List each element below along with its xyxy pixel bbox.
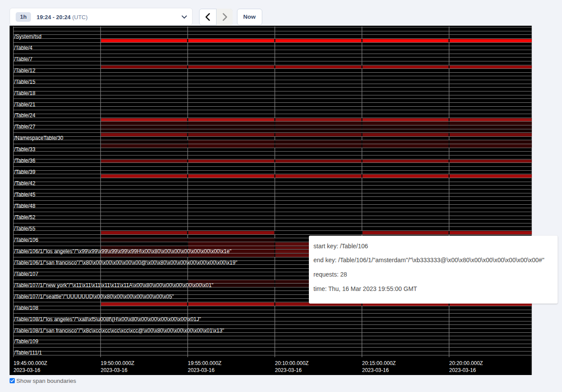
svg-text:/Table/24: /Table/24	[14, 112, 36, 118]
svg-text:/Table/36: /Table/36	[14, 158, 36, 164]
svg-text:20:15:00.000Z: 20:15:00.000Z	[362, 360, 396, 366]
svg-text:/Table/55: /Table/55	[14, 225, 36, 231]
svg-text:/Table/106: /Table/106	[14, 237, 39, 243]
svg-text:/Table/39: /Table/39	[14, 169, 36, 175]
svg-text:20:20:00.000Z: 20:20:00.000Z	[449, 360, 483, 366]
svg-text:/Table/106/1/"los angeles"/"\x: /Table/106/1/"los angeles"/"\x99\x99\x99…	[14, 248, 232, 254]
svg-text:/Table/4: /Table/4	[14, 44, 33, 51]
svg-text:19:55:00.000Z: 19:55:00.000Z	[188, 360, 221, 366]
svg-text:/Table/106/1/"san francisco"/": /Table/106/1/"san francisco"/"\x80\x00\x…	[14, 259, 237, 265]
svg-text:/Table/111/1: /Table/111/1	[14, 350, 42, 356]
svg-text:/Table/107: /Table/107	[14, 270, 39, 277]
svg-text:/System/tsd: /System/tsd	[14, 33, 42, 39]
svg-text:/NamespaceTable/30: /NamespaceTable/30	[14, 135, 64, 141]
svg-text:/Table/33: /Table/33	[14, 146, 36, 152]
svg-text:2023-03-16: 2023-03-16	[275, 367, 302, 373]
svg-text:/Table/7: /Table/7	[14, 56, 33, 62]
svg-text:2023-03-16: 2023-03-16	[362, 367, 389, 373]
svg-text:/Table/18: /Table/18	[14, 90, 36, 96]
svg-text:2023-03-16: 2023-03-16	[101, 367, 128, 373]
svg-text:/Table/107/1/"new york"/"\x11\: /Table/107/1/"new york"/"\x11\x11\x11\x1…	[14, 282, 213, 288]
svg-text:19:45:00.000Z: 19:45:00.000Z	[14, 360, 47, 366]
svg-text:/Table/109: /Table/109	[14, 338, 39, 345]
svg-text:/Table/108: /Table/108	[14, 304, 39, 311]
svg-text:/Table/107/1/"seattle"/"UUUUUU: /Table/107/1/"seattle"/"UUUUUUD\x00\x80\…	[14, 293, 174, 299]
svg-text:/Table/108/1/"san francisco"/": /Table/108/1/"san francisco"/"\x8c\xcc\x…	[14, 327, 224, 333]
svg-text:19:50:00.000Z: 19:50:00.000Z	[101, 360, 134, 366]
svg-text:/Table/45: /Table/45	[14, 192, 36, 198]
svg-text:/Table/27: /Table/27	[14, 124, 36, 130]
svg-text:/Table/15: /Table/15	[14, 78, 36, 84]
svg-text:/Table/12: /Table/12	[14, 67, 36, 73]
svg-text:2023-03-16: 2023-03-16	[14, 367, 41, 373]
svg-text:/Table/108/1/"los angeles"/"\x: /Table/108/1/"los angeles"/"\xa8\xf5\u00…	[14, 316, 201, 322]
svg-text:2023-03-16: 2023-03-16	[188, 367, 215, 373]
svg-text:/Table/48: /Table/48	[14, 203, 36, 209]
svg-text:20:10:00.000Z: 20:10:00.000Z	[275, 360, 308, 366]
svg-text:2023-03-16: 2023-03-16	[449, 367, 476, 373]
svg-text:/Table/21: /Table/21	[14, 101, 36, 107]
svg-text:/Table/42: /Table/42	[14, 180, 36, 186]
svg-text:/Table/52: /Table/52	[14, 214, 36, 220]
